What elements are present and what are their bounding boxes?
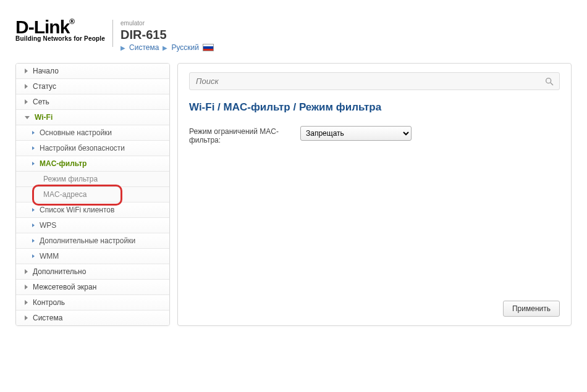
sidebar-item-label: Сеть — [33, 98, 49, 106]
breadcrumb: Wi-Fi / MAC-фильтр / Режим фильтра — [189, 101, 560, 114]
sidebar-item-status[interactable]: Статус — [16, 79, 169, 94]
search-icon[interactable] — [544, 77, 554, 86]
chevron-right-icon — [25, 285, 28, 290]
sidebar-item-label: WPS — [40, 221, 56, 230]
sidebar-subsubitem-mac-addresses[interactable]: MAC-адреса — [16, 187, 169, 202]
sidebar-item-label: Начало — [33, 67, 59, 75]
bullet-icon — [32, 208, 35, 212]
bullet-icon — [32, 162, 35, 165]
sidebar-subitem-clients[interactable]: Список WiFi клиентов — [16, 202, 169, 218]
system-link[interactable]: Система — [129, 43, 159, 52]
brand-tagline: Building Networks for People — [15, 35, 105, 42]
emulator-label: emulator — [120, 20, 214, 27]
sidebar-item-label: Основные настройки — [40, 128, 112, 137]
bullet-icon — [32, 254, 35, 258]
sidebar-subitem-wps[interactable]: WPS — [16, 218, 169, 233]
main: Wi-Fi / MAC-фильтр / Режим фильтра Режим… — [177, 63, 572, 326]
sidebar: Начало Статус Сеть Wi-Fi Основные настро… — [15, 63, 170, 326]
sidebar-item-label: Дополнительно — [33, 267, 86, 276]
filter-mode-row: Режим ограничений MAC-фильтра: Запрещать — [189, 126, 560, 144]
sidebar-subitem-wmm[interactable]: WMM — [16, 249, 169, 264]
sidebar-item-label: Настройки безопасности — [40, 144, 125, 152]
sidebar-item-label: Система — [33, 314, 62, 322]
svg-line-1 — [551, 83, 553, 85]
bullet-icon — [32, 239, 35, 243]
header-right: emulator DIR-615 ▶ Система ▶ Русский — [120, 19, 214, 52]
search-input[interactable] — [195, 74, 544, 88]
header-divider — [112, 20, 113, 47]
arrow-icon: ▶ — [120, 44, 125, 51]
search-bar — [189, 72, 560, 90]
main-panel: Wi-Fi / MAC-фильтр / Режим фильтра Режим… — [177, 63, 572, 326]
sidebar-item-label: Статус — [33, 82, 56, 91]
sidebar-item-additional[interactable]: Дополнительно — [16, 264, 169, 280]
sidebar-subitem-macfilter[interactable]: MAC-фильтр — [16, 156, 169, 172]
model-name: DIR-615 — [120, 28, 214, 42]
sidebar-item-home[interactable]: Начало — [16, 64, 169, 79]
header-nav: ▶ Система ▶ Русский — [120, 43, 214, 52]
sidebar-subitem-advanced[interactable]: Дополнительные настройки — [16, 233, 169, 249]
chevron-right-icon — [25, 269, 28, 274]
sidebar-item-label: Список WiFi клиентов — [40, 206, 114, 214]
language-link[interactable]: Русский — [171, 43, 199, 52]
sidebar-item-label: Межсетевой экран — [33, 283, 96, 291]
brand-logo: D-Link® — [15, 19, 105, 35]
sidebar-subitem-security[interactable]: Настройки безопасности — [16, 141, 169, 156]
sidebar-item-wifi[interactable]: Wi-Fi — [16, 110, 169, 125]
sidebar-item-label: Wi-Fi — [35, 113, 53, 122]
chevron-right-icon — [25, 300, 28, 305]
chevron-down-icon — [25, 116, 30, 119]
sidebar-item-label: Дополнительные настройки — [40, 236, 135, 245]
sidebar-item-label: Контроль — [33, 298, 65, 307]
layout: Начало Статус Сеть Wi-Fi Основные настро… — [15, 63, 572, 326]
chevron-right-icon — [25, 69, 28, 73]
bullet-icon — [32, 146, 35, 150]
header: D-Link® Building Networks for People emu… — [15, 19, 572, 52]
sidebar-subitem-basic[interactable]: Основные настройки — [16, 125, 169, 141]
filter-mode-label: Режим ограничений MAC-фильтра: — [189, 126, 288, 144]
chevron-right-icon — [25, 99, 28, 104]
sidebar-item-label: MAC-фильтр — [40, 159, 87, 168]
bullet-icon — [32, 223, 35, 227]
sidebar-item-label: MAC-адреса — [43, 190, 87, 199]
sidebar-item-system[interactable]: Система — [16, 311, 169, 325]
sidebar-item-label: Режим фильтра — [43, 175, 98, 183]
sidebar-item-network[interactable]: Сеть — [16, 94, 169, 110]
logo: D-Link® Building Networks for People — [15, 19, 105, 42]
chevron-right-icon — [25, 84, 28, 89]
arrow-icon: ▶ — [163, 44, 167, 51]
sidebar-item-label: WMM — [40, 252, 59, 261]
apply-button[interactable]: Применить — [503, 301, 560, 317]
sidebar-subsubitem-filter-mode[interactable]: Режим фильтра — [16, 172, 169, 187]
filter-mode-select[interactable]: Запрещать — [300, 126, 412, 141]
sidebar-item-control[interactable]: Контроль — [16, 295, 169, 311]
flag-ru-icon — [203, 44, 214, 51]
svg-point-0 — [546, 78, 551, 83]
bullet-icon — [32, 131, 35, 135]
chevron-right-icon — [25, 315, 28, 320]
sidebar-item-firewall[interactable]: Межсетевой экран — [16, 280, 169, 295]
